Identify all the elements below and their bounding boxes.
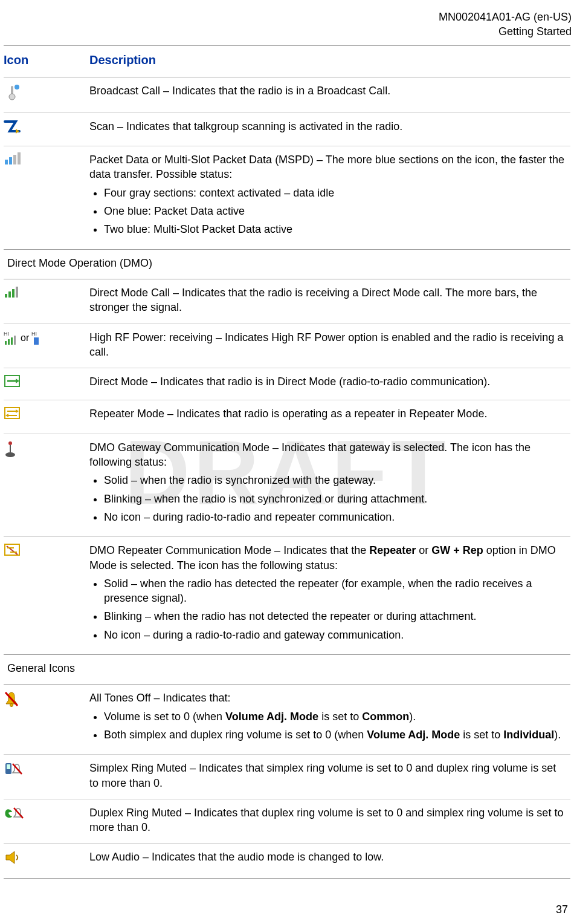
svg-rect-8: [5, 294, 7, 298]
list-item: One blue: Packet Data active: [104, 204, 567, 218]
svg-rect-5: [9, 157, 12, 164]
packet-data-icon: [4, 152, 22, 167]
direct-mode-call-icon: [4, 285, 22, 299]
svg-rect-9: [8, 291, 11, 298]
svg-rect-0: [11, 86, 13, 94]
desc-cell: All Tones Off – Indicates that:: [89, 691, 567, 705]
simplex-ring-muted-icon: [4, 761, 24, 778]
duplex-ring-muted-icon: [4, 805, 24, 821]
svg-rect-18: [34, 337, 39, 345]
list-item: Both simplex and duplex ring volume is s…: [104, 727, 567, 742]
list-item: Solid – when the radio is synchronized w…: [104, 473, 567, 487]
section-heading-general: General Icons: [4, 655, 570, 684]
svg-rect-15: [11, 337, 13, 345]
svg-rect-13: [5, 341, 7, 345]
table-row: Duplex Ring Muted – Indicates that duple…: [4, 799, 570, 844]
table-row: Repeater Mode – Indicates that radio is …: [4, 400, 570, 433]
svg-point-27: [8, 441, 12, 445]
svg-rect-6: [13, 155, 16, 164]
svg-rect-28: [10, 445, 11, 452]
list-item: No icon – during radio-to-radio and repe…: [104, 510, 567, 524]
desc-cell: Repeater Mode – Indicates that radio is …: [86, 400, 570, 433]
svg-rect-14: [8, 339, 10, 345]
table-row: Simplex Ring Muted – Indicates that simp…: [4, 755, 570, 799]
list-item: No icon – during a radio-to-radio and ga…: [104, 628, 567, 642]
svg-point-1: [9, 94, 15, 100]
desc-cell: High RF Power: receiving – Indicates Hig…: [86, 324, 570, 368]
col-header-icon: Icon: [4, 53, 28, 67]
direct-mode-icon: [4, 374, 21, 388]
scan-icon: [4, 119, 21, 134]
list-item: Volume is set to 0 (when Volume Adj. Mod…: [104, 709, 567, 724]
list-item: Solid – when the radio has detected the …: [104, 576, 567, 606]
desc-cell: Duplex Ring Muted – Indicates that duple…: [86, 799, 570, 844]
desc-cell: Simplex Ring Muted – Indicates that simp…: [86, 755, 570, 799]
dmo-gateway-icon: [4, 440, 17, 458]
table-row: Low Audio – Indicates that the audio mod…: [4, 844, 570, 877]
section-heading-dmo: Direct Mode Operation (DMO): [4, 250, 570, 279]
repeater-mode-icon: [4, 406, 21, 421]
col-header-description: Description: [89, 53, 156, 67]
svg-text:HI: HI: [4, 331, 9, 337]
section-title: Getting Started: [0, 24, 572, 39]
page-number: 37: [556, 902, 568, 917]
svg-point-29: [5, 452, 15, 457]
high-rf-power-receiving-icon: HI or HI: [4, 330, 42, 346]
dmo-repeater-comm-icon: [4, 543, 21, 558]
broadcast-call-icon: [4, 83, 21, 100]
table-row: Packet Data or Multi-Slot Packet Data (M…: [4, 146, 570, 249]
svg-rect-10: [12, 289, 15, 298]
doc-id: MN002041A01-AG (en-US): [0, 10, 572, 24]
svg-rect-22: [5, 408, 19, 418]
list-item: Two blue: Multi-Slot Packet Data active: [104, 222, 567, 236]
svg-rect-37: [7, 764, 10, 769]
table-row: DMO Repeater Communication Mode – Indica…: [4, 537, 570, 654]
desc-cell: Broadcast Call – Indicates that the radi…: [86, 77, 570, 112]
list-item: Blinking – when the radio has not detect…: [104, 609, 567, 623]
desc-cell: Low Audio – Indicates that the audio mod…: [86, 844, 570, 877]
table-row: Scan – Indicates that talkgroup scanning…: [4, 113, 570, 146]
desc-cell: Packet Data or Multi-Slot Packet Data (M…: [89, 152, 567, 182]
table-row: HI or HI High RF Power: receivin: [4, 324, 570, 368]
svg-point-2: [15, 85, 19, 89]
table-row: All Tones Off – Indicates that: Volume i…: [4, 685, 570, 754]
svg-rect-16: [14, 336, 16, 345]
svg-marker-24: [16, 409, 19, 413]
desc-cell: DMO Repeater Communication Mode – Indica…: [89, 544, 556, 571]
desc-cell: DMO Gateway Communication Mode – Indicat…: [89, 440, 567, 470]
svg-text:HI: HI: [31, 331, 37, 337]
table-row: DMO Gateway Communication Mode – Indicat…: [4, 434, 570, 536]
desc-cell: Direct Mode Call – Indicates that the ra…: [86, 279, 570, 324]
all-tones-off-icon: [4, 691, 19, 708]
svg-rect-7: [18, 152, 21, 164]
svg-rect-11: [16, 287, 18, 298]
list-item: Blinking – when the radio is not synchro…: [104, 492, 567, 506]
list-item: Four gray sections: context activated – …: [104, 186, 567, 200]
low-audio-icon: [4, 850, 22, 865]
svg-marker-3: [16, 129, 19, 134]
svg-marker-26: [5, 414, 8, 417]
table-row: Direct Mode – Indicates that radio is in…: [4, 368, 570, 400]
desc-cell: Direct Mode – Indicates that radio is in…: [86, 368, 570, 400]
svg-rect-4: [5, 160, 8, 164]
table-row: Broadcast Call – Indicates that the radi…: [4, 77, 570, 112]
svg-point-34: [10, 704, 13, 707]
icon-description-table: Icon Description Broadcast Call – Indica…: [4, 46, 570, 879]
table-row: Direct Mode Call – Indicates that the ra…: [4, 279, 570, 324]
desc-cell: Scan – Indicates that talkgroup scanning…: [86, 113, 570, 146]
or-text: or: [21, 331, 29, 345]
